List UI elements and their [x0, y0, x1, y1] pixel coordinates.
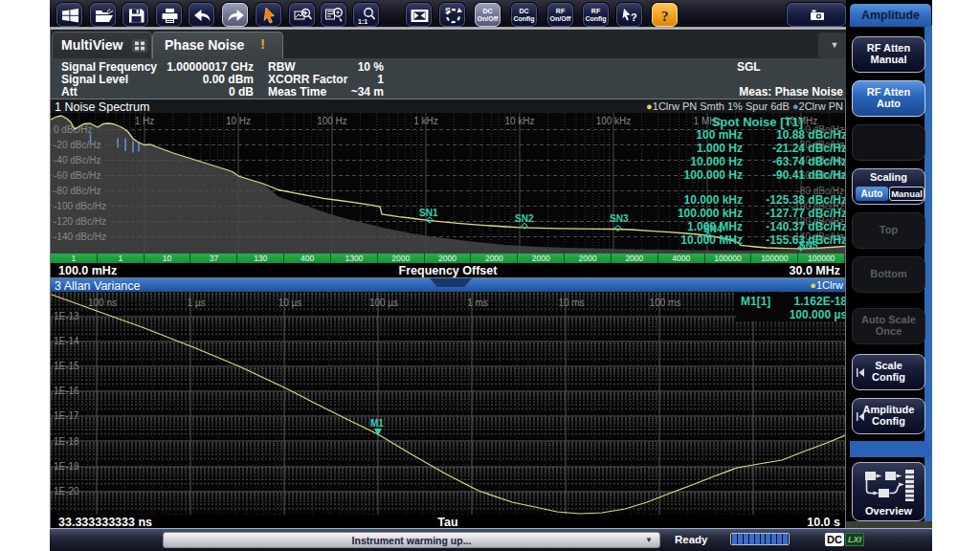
- svg-text:SN1: SN1: [419, 208, 438, 218]
- svg-text:100.000 Hz: 100.000 Hz: [684, 168, 743, 182]
- svg-text:M1: M1: [370, 418, 384, 429]
- svg-text:1 µs: 1 µs: [187, 298, 205, 308]
- svg-text:1E-17: 1E-17: [54, 410, 79, 421]
- svg-text:10 kHz: 10 kHz: [504, 116, 534, 126]
- svg-text:1:1: 1:1: [358, 18, 368, 25]
- svg-text:100 Hz: 100 Hz: [317, 116, 347, 126]
- svg-text:-80 dBc/Hz: -80 dBc/Hz: [54, 186, 100, 196]
- svg-text:?: ?: [631, 11, 637, 23]
- svg-text:-20 dBc/Hz: -20 dBc/Hz: [54, 140, 100, 150]
- svg-text:1.162E-18: 1.162E-18: [794, 295, 845, 308]
- svg-text:10 µs: 10 µs: [278, 298, 302, 308]
- svg-text:SN3: SN3: [610, 213, 629, 224]
- svg-text:100.000 kHz: 100.000 kHz: [678, 207, 743, 220]
- svg-text:1 kHz: 1 kHz: [413, 116, 438, 126]
- svg-text:-40 dBc/Hz: -40 dBc/Hz: [54, 155, 100, 165]
- svg-text:1 ms: 1 ms: [467, 298, 488, 308]
- svg-text:-90.41 dBc/Hz: -90.41 dBc/Hz: [772, 168, 845, 182]
- svg-text:1E-20: 1E-20: [54, 486, 79, 496]
- svg-text:-100 dBc/Hz: -100 dBc/Hz: [54, 201, 106, 211]
- svg-text:1 Hz: 1 Hz: [135, 116, 155, 126]
- svg-text:10.000 MHz: 10.000 MHz: [680, 233, 743, 247]
- svg-text:1E-14: 1E-14: [54, 336, 79, 346]
- svg-text:S: S: [445, 6, 451, 15]
- svg-text:-60 dBc/Hz: -60 dBc/Hz: [54, 170, 100, 181]
- svg-text:-140 dBc/Hz: -140 dBc/Hz: [54, 231, 106, 242]
- svg-text:-63.74 dBc/Hz: -63.74 dBc/Hz: [772, 155, 845, 168]
- svg-text:1E-19: 1E-19: [54, 461, 79, 472]
- svg-text:100 mHz: 100 mHz: [696, 128, 743, 142]
- svg-text:10 ms: 10 ms: [558, 298, 584, 308]
- svg-text:10.88 dBc/Hz: 10.88 dBc/Hz: [776, 128, 845, 142]
- svg-text:SN2: SN2: [515, 213, 534, 224]
- svg-text:-140.37 dBc/Hz: -140.37 dBc/Hz: [766, 220, 845, 233]
- svg-text:100.000 µs: 100.000 µs: [790, 308, 845, 321]
- svg-text:10 Hz: 10 Hz: [226, 116, 251, 126]
- svg-text:1E-16: 1E-16: [54, 386, 79, 396]
- svg-text:1E-18: 1E-18: [54, 436, 79, 447]
- svg-text:-125.38 dBc/Hz: -125.38 dBc/Hz: [766, 193, 845, 207]
- svg-text:100 ns: 100 ns: [88, 298, 117, 308]
- svg-text:100 ms: 100 ms: [650, 298, 681, 308]
- svg-text:1E-15: 1E-15: [54, 361, 79, 371]
- svg-text:SN4: SN4: [703, 224, 723, 234]
- svg-text:100 µs: 100 µs: [369, 298, 398, 308]
- svg-text:10.000 kHz: 10.000 kHz: [684, 193, 743, 207]
- svg-text:?: ?: [661, 9, 669, 24]
- svg-text:-127.77 dBc/Hz: -127.77 dBc/Hz: [766, 207, 845, 220]
- svg-text:1E-13: 1E-13: [54, 311, 79, 321]
- svg-text:10.000 Hz: 10.000 Hz: [690, 155, 743, 168]
- svg-text:100 kHz: 100 kHz: [596, 116, 632, 126]
- svg-text:-21.24 dBc/Hz: -21.24 dBc/Hz: [772, 142, 845, 155]
- svg-text:M1[1]: M1[1]: [741, 295, 770, 308]
- svg-text:-120 dBc/Hz: -120 dBc/Hz: [54, 216, 106, 227]
- svg-text:1.000 Hz: 1.000 Hz: [697, 142, 743, 155]
